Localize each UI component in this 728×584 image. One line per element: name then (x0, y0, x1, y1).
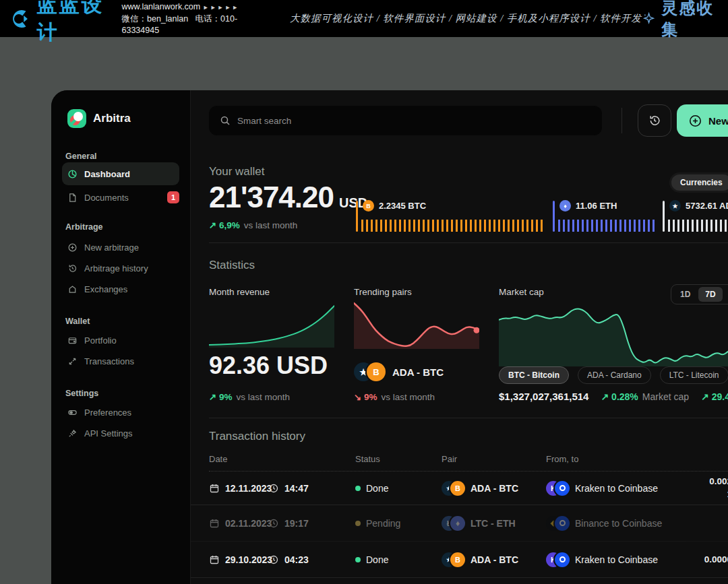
statistics-section-title: Statistics (209, 259, 255, 272)
tx-route: Kraken to Coinbase (575, 554, 658, 565)
chip-btc[interactable]: BTC - Bitcoin (499, 366, 569, 384)
tx-route: Kraken to Coinbase (575, 483, 658, 494)
range-1m[interactable]: 1M (724, 287, 728, 302)
plus-circle-icon (67, 242, 78, 253)
range-toggle: 1D 7D 1M (671, 284, 728, 304)
btc-icon: B (367, 362, 386, 381)
tab-currencies[interactable]: Currencies (671, 174, 728, 191)
market-cap-stats: $1,327,027,361,514 ↗ 0.28%Market cap ↗ 2… (499, 391, 728, 402)
sidebar-item-exchanges[interactable]: Exchanges (67, 280, 179, 298)
range-7d[interactable]: 7D (698, 287, 722, 302)
trending-pairs-chart (354, 300, 479, 349)
tx-status: Done (366, 483, 388, 494)
new-arbitrage-button[interactable]: New arbitrage (677, 104, 728, 137)
main-content: New arbitrage Your wallet 21'374.20USD ↗… (191, 90, 728, 584)
site-banner: 蓝蓝设计 www.lanlanwork.com ►►►►► 微信：ben_lan… (0, 0, 728, 37)
site-url[interactable]: www.lanlanwork.com (122, 2, 201, 11)
nav-section-settings: Settings (65, 389, 98, 398)
ada-ticks (668, 220, 728, 232)
sidebar-item-api-settings[interactable]: API Settings (67, 424, 179, 442)
dashboard-icon (67, 169, 78, 179)
toggle-icon (67, 408, 78, 418)
col-pair: Pair (442, 454, 457, 464)
btc-ticks (361, 220, 545, 232)
status-dot-pending (355, 521, 361, 526)
inspiration-collect[interactable]: 灵感收集 (642, 0, 719, 40)
clock-icon (268, 483, 279, 494)
wechat-text: 微信：ben_lanlan (122, 14, 189, 24)
tx-pair: ADA - BTC (471, 554, 518, 565)
tx-time: 04:23 (284, 554, 309, 565)
table-row[interactable]: 29.10.2023 04:23 Done ★B ADA - BTC K Kra… (191, 542, 728, 578)
wallet-view-tabs: Currencies Exchanges (669, 172, 728, 193)
month-revenue-label: Month revenue (209, 287, 270, 297)
sidebar-item-new-arbitrage[interactable]: New arbitrage (67, 238, 179, 256)
chip-ada[interactable]: ADA - Cardano (578, 366, 651, 384)
trending-pair: ★B ADA - BTC (354, 362, 444, 381)
clock-icon (268, 518, 279, 529)
exchange-icon (67, 284, 78, 294)
section-divider (209, 418, 728, 418)
history-button[interactable] (638, 104, 671, 137)
tx-pair: ADA - BTC (471, 483, 518, 494)
site-logo[interactable]: 蓝蓝设计 (9, 0, 110, 46)
tx-status: Done (366, 554, 388, 565)
calendar-icon (209, 518, 220, 529)
sidebar: Arbitra General Dashboard Documents 1 Ar… (51, 90, 191, 584)
sidebar-item-preferences[interactable]: Preferences (67, 403, 179, 421)
trending-pairs-delta: ↘ 9%vs last month (354, 391, 435, 402)
arbitra-logo-icon (67, 109, 86, 128)
transactions-section-title: Transaction history (209, 430, 305, 443)
wallet-balance: 21'374.20USD (209, 181, 367, 214)
lanlan-logo-icon (9, 5, 32, 32)
ada-segment-bar (663, 201, 665, 232)
market-cap-chart (499, 306, 728, 366)
tx-pair: LTC - ETH (471, 518, 516, 529)
calendar-icon (209, 483, 220, 494)
sparkle-star-icon (642, 10, 656, 28)
search-input[interactable] (209, 106, 602, 135)
app-logo[interactable]: Arbitra (67, 109, 131, 128)
tx-time: 14:47 (284, 483, 309, 494)
wallet-delta: ↗ 6,9%vs last month (209, 220, 297, 230)
range-1d[interactable]: 1D (673, 287, 697, 302)
holding-ada: ★5732.61 ADA (663, 201, 728, 232)
documents-badge: 1 (167, 191, 179, 203)
sidebar-item-dashboard[interactable]: Dashboard (62, 162, 179, 185)
wallet-section-title: Your wallet (209, 165, 265, 179)
market-cap-label: Market cap (499, 287, 544, 297)
nav-section-arbitrage: Arbitrage (65, 222, 103, 232)
nav-section-general: General (65, 152, 97, 161)
chip-ltc[interactable]: LTC - Litecoin (660, 366, 728, 384)
wallet-icon (67, 335, 78, 346)
btc-icon: B (363, 200, 374, 212)
holding-eth: ♦11.06 ETH (553, 201, 657, 232)
app-name: Arbitra (93, 112, 131, 125)
tx-date: 12.11.2023 (225, 483, 272, 494)
sidebar-item-portfolio[interactable]: Portfolio (67, 331, 179, 349)
col-from-to: From, to (546, 454, 578, 464)
section-divider (209, 242, 728, 243)
coinbase-icon (555, 552, 570, 567)
tx-route: Binance to Coinbase (575, 518, 662, 529)
eth-icon: ♦ (450, 516, 465, 531)
table-row[interactable]: 02.11.2023 19:17 Pending Ł♦ LTC - ETH ◆ … (191, 505, 728, 542)
topbar-divider (621, 108, 622, 133)
tx-date: 29.10.2023 (225, 554, 272, 565)
sidebar-item-transactions[interactable]: Transactions (67, 352, 179, 370)
btc-icon: B (450, 481, 465, 496)
month-revenue-chart (209, 303, 334, 348)
arrows-icon: ►►►►► (203, 4, 240, 11)
document-icon (67, 193, 78, 203)
eth-segment-bar (553, 201, 555, 232)
arbitra-app-window: Arbitra General Dashboard Documents 1 Ar… (51, 90, 728, 584)
ada-icon: ★ (669, 200, 681, 212)
sidebar-item-arbitrage-history[interactable]: Arbitrage history (67, 259, 179, 277)
plug-icon (67, 428, 78, 439)
col-status: Status (355, 454, 380, 464)
sidebar-item-documents[interactable]: Documents 1 (67, 189, 179, 206)
site-logo-text: 蓝蓝设计 (37, 0, 110, 46)
table-row[interactable]: 12.11.2023 14:47 Done ★B ADA - BTC K Kra… (191, 472, 728, 505)
market-cap-value: $1,327,027,361,514 (499, 391, 588, 402)
clock-icon (268, 554, 279, 565)
